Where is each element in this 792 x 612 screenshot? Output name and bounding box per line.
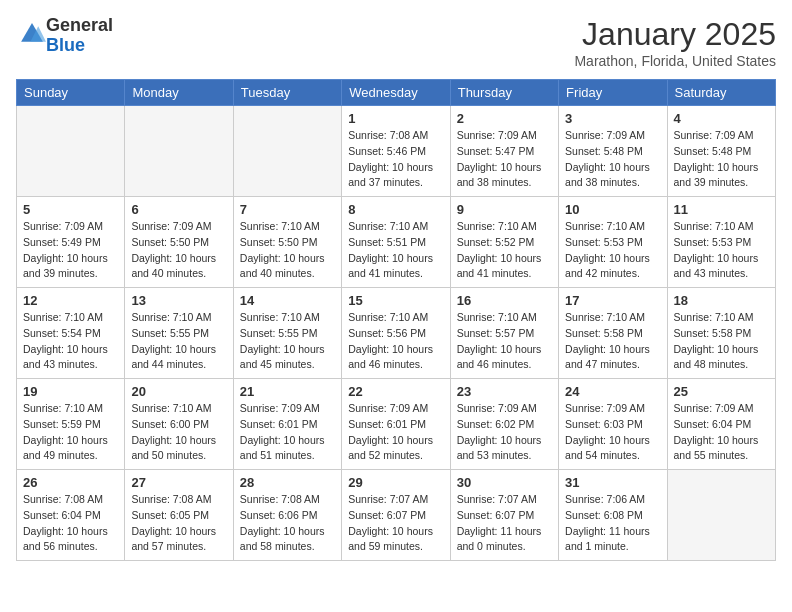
- day-info: Sunrise: 7:10 AMSunset: 5:58 PMDaylight:…: [674, 310, 769, 373]
- day-number: 25: [674, 384, 769, 399]
- calendar-day-cell: 11Sunrise: 7:10 AMSunset: 5:53 PMDayligh…: [667, 197, 775, 288]
- calendar-day-cell: 8Sunrise: 7:10 AMSunset: 5:51 PMDaylight…: [342, 197, 450, 288]
- day-number: 9: [457, 202, 552, 217]
- calendar-day-cell: 2Sunrise: 7:09 AMSunset: 5:47 PMDaylight…: [450, 106, 558, 197]
- day-info: Sunrise: 7:08 AMSunset: 6:06 PMDaylight:…: [240, 492, 335, 555]
- day-number: 10: [565, 202, 660, 217]
- day-number: 8: [348, 202, 443, 217]
- day-info: Sunrise: 7:10 AMSunset: 5:53 PMDaylight:…: [565, 219, 660, 282]
- day-number: 6: [131, 202, 226, 217]
- day-number: 16: [457, 293, 552, 308]
- calendar-week-row: 26Sunrise: 7:08 AMSunset: 6:04 PMDayligh…: [17, 470, 776, 561]
- calendar-day-cell: 3Sunrise: 7:09 AMSunset: 5:48 PMDaylight…: [559, 106, 667, 197]
- day-number: 1: [348, 111, 443, 126]
- calendar-day-cell: 24Sunrise: 7:09 AMSunset: 6:03 PMDayligh…: [559, 379, 667, 470]
- day-number: 2: [457, 111, 552, 126]
- day-number: 3: [565, 111, 660, 126]
- calendar-day-cell: [125, 106, 233, 197]
- day-number: 24: [565, 384, 660, 399]
- calendar-day-cell: 23Sunrise: 7:09 AMSunset: 6:02 PMDayligh…: [450, 379, 558, 470]
- day-info: Sunrise: 7:10 AMSunset: 5:57 PMDaylight:…: [457, 310, 552, 373]
- day-info: Sunrise: 7:07 AMSunset: 6:07 PMDaylight:…: [348, 492, 443, 555]
- day-info: Sunrise: 7:10 AMSunset: 5:51 PMDaylight:…: [348, 219, 443, 282]
- calendar-day-cell: [667, 470, 775, 561]
- day-info: Sunrise: 7:10 AMSunset: 5:58 PMDaylight:…: [565, 310, 660, 373]
- calendar-day-cell: 4Sunrise: 7:09 AMSunset: 5:48 PMDaylight…: [667, 106, 775, 197]
- day-info: Sunrise: 7:10 AMSunset: 5:55 PMDaylight:…: [240, 310, 335, 373]
- calendar-week-row: 19Sunrise: 7:10 AMSunset: 5:59 PMDayligh…: [17, 379, 776, 470]
- day-number: 20: [131, 384, 226, 399]
- calendar-day-cell: 22Sunrise: 7:09 AMSunset: 6:01 PMDayligh…: [342, 379, 450, 470]
- calendar-day-header: Wednesday: [342, 80, 450, 106]
- day-info: Sunrise: 7:09 AMSunset: 6:01 PMDaylight:…: [348, 401, 443, 464]
- calendar-day-cell: 15Sunrise: 7:10 AMSunset: 5:56 PMDayligh…: [342, 288, 450, 379]
- day-number: 4: [674, 111, 769, 126]
- day-number: 26: [23, 475, 118, 490]
- day-number: 5: [23, 202, 118, 217]
- calendar-day-header: Friday: [559, 80, 667, 106]
- day-info: Sunrise: 7:10 AMSunset: 5:54 PMDaylight:…: [23, 310, 118, 373]
- day-number: 7: [240, 202, 335, 217]
- calendar-day-cell: 6Sunrise: 7:09 AMSunset: 5:50 PMDaylight…: [125, 197, 233, 288]
- day-info: Sunrise: 7:06 AMSunset: 6:08 PMDaylight:…: [565, 492, 660, 555]
- day-info: Sunrise: 7:10 AMSunset: 6:00 PMDaylight:…: [131, 401, 226, 464]
- day-number: 19: [23, 384, 118, 399]
- day-info: Sunrise: 7:09 AMSunset: 6:03 PMDaylight:…: [565, 401, 660, 464]
- calendar-day-cell: [17, 106, 125, 197]
- calendar-week-row: 5Sunrise: 7:09 AMSunset: 5:49 PMDaylight…: [17, 197, 776, 288]
- logo: General Blue: [16, 16, 113, 56]
- day-number: 13: [131, 293, 226, 308]
- day-number: 21: [240, 384, 335, 399]
- calendar-day-cell: 9Sunrise: 7:10 AMSunset: 5:52 PMDaylight…: [450, 197, 558, 288]
- month-title: January 2025: [574, 16, 776, 53]
- calendar-day-cell: 30Sunrise: 7:07 AMSunset: 6:07 PMDayligh…: [450, 470, 558, 561]
- day-number: 14: [240, 293, 335, 308]
- calendar-day-cell: 25Sunrise: 7:09 AMSunset: 6:04 PMDayligh…: [667, 379, 775, 470]
- calendar-day-cell: 18Sunrise: 7:10 AMSunset: 5:58 PMDayligh…: [667, 288, 775, 379]
- calendar-day-cell: 1Sunrise: 7:08 AMSunset: 5:46 PMDaylight…: [342, 106, 450, 197]
- calendar-day-header: Saturday: [667, 80, 775, 106]
- calendar-day-cell: 12Sunrise: 7:10 AMSunset: 5:54 PMDayligh…: [17, 288, 125, 379]
- day-number: 11: [674, 202, 769, 217]
- calendar-day-cell: 13Sunrise: 7:10 AMSunset: 5:55 PMDayligh…: [125, 288, 233, 379]
- day-number: 31: [565, 475, 660, 490]
- day-number: 28: [240, 475, 335, 490]
- calendar-day-cell: [233, 106, 341, 197]
- title-block: January 2025 Marathon, Florida, United S…: [574, 16, 776, 69]
- day-info: Sunrise: 7:09 AMSunset: 6:01 PMDaylight:…: [240, 401, 335, 464]
- calendar-day-cell: 7Sunrise: 7:10 AMSunset: 5:50 PMDaylight…: [233, 197, 341, 288]
- day-info: Sunrise: 7:09 AMSunset: 5:50 PMDaylight:…: [131, 219, 226, 282]
- calendar-day-cell: 20Sunrise: 7:10 AMSunset: 6:00 PMDayligh…: [125, 379, 233, 470]
- calendar-day-header: Tuesday: [233, 80, 341, 106]
- day-number: 23: [457, 384, 552, 399]
- day-number: 30: [457, 475, 552, 490]
- calendar-day-header: Thursday: [450, 80, 558, 106]
- day-info: Sunrise: 7:09 AMSunset: 6:02 PMDaylight:…: [457, 401, 552, 464]
- calendar-day-cell: 21Sunrise: 7:09 AMSunset: 6:01 PMDayligh…: [233, 379, 341, 470]
- calendar-day-header: Monday: [125, 80, 233, 106]
- day-info: Sunrise: 7:10 AMSunset: 5:56 PMDaylight:…: [348, 310, 443, 373]
- day-info: Sunrise: 7:09 AMSunset: 6:04 PMDaylight:…: [674, 401, 769, 464]
- day-info: Sunrise: 7:09 AMSunset: 5:49 PMDaylight:…: [23, 219, 118, 282]
- day-number: 18: [674, 293, 769, 308]
- calendar-day-header: Sunday: [17, 80, 125, 106]
- calendar-day-cell: 17Sunrise: 7:10 AMSunset: 5:58 PMDayligh…: [559, 288, 667, 379]
- logo-general-text: General: [46, 15, 113, 35]
- calendar-day-cell: 16Sunrise: 7:10 AMSunset: 5:57 PMDayligh…: [450, 288, 558, 379]
- calendar-day-cell: 5Sunrise: 7:09 AMSunset: 5:49 PMDaylight…: [17, 197, 125, 288]
- day-number: 29: [348, 475, 443, 490]
- day-info: Sunrise: 7:07 AMSunset: 6:07 PMDaylight:…: [457, 492, 552, 555]
- day-info: Sunrise: 7:08 AMSunset: 5:46 PMDaylight:…: [348, 128, 443, 191]
- day-number: 27: [131, 475, 226, 490]
- day-info: Sunrise: 7:10 AMSunset: 5:59 PMDaylight:…: [23, 401, 118, 464]
- day-number: 17: [565, 293, 660, 308]
- day-info: Sunrise: 7:08 AMSunset: 6:05 PMDaylight:…: [131, 492, 226, 555]
- day-info: Sunrise: 7:10 AMSunset: 5:53 PMDaylight:…: [674, 219, 769, 282]
- calendar-day-cell: 27Sunrise: 7:08 AMSunset: 6:05 PMDayligh…: [125, 470, 233, 561]
- calendar-day-cell: 14Sunrise: 7:10 AMSunset: 5:55 PMDayligh…: [233, 288, 341, 379]
- logo-icon: [18, 20, 46, 48]
- calendar-day-cell: 26Sunrise: 7:08 AMSunset: 6:04 PMDayligh…: [17, 470, 125, 561]
- day-info: Sunrise: 7:10 AMSunset: 5:50 PMDaylight:…: [240, 219, 335, 282]
- day-number: 22: [348, 384, 443, 399]
- calendar-week-row: 1Sunrise: 7:08 AMSunset: 5:46 PMDaylight…: [17, 106, 776, 197]
